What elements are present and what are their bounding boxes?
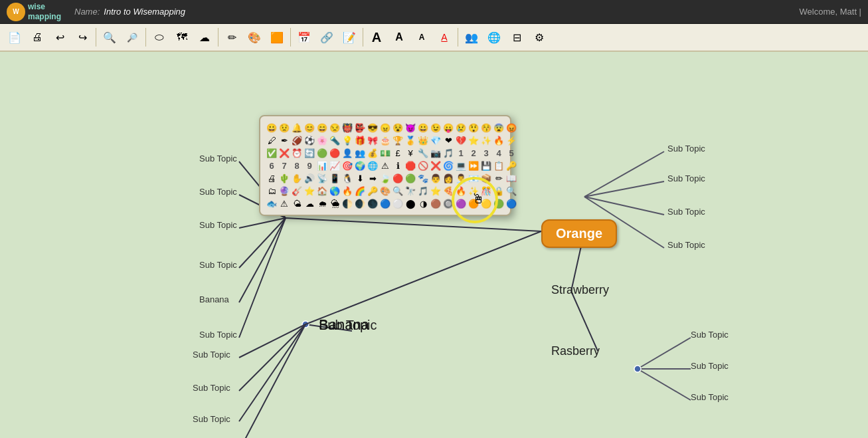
icon-tongue[interactable]: 😛 — [442, 122, 454, 134]
icon-shock[interactable]: 😲 — [468, 122, 479, 134]
icon-refresh[interactable]: 🔄 — [304, 147, 315, 159]
icon-dot-black[interactable]: ⬤ — [404, 197, 416, 209]
node-subtopic-l6[interactable]: Sub Topic — [199, 330, 237, 340]
icon-num8[interactable]: 8 — [291, 160, 303, 171]
node-strawberry[interactable]: Strawberry — [551, 283, 609, 297]
icon-trophy[interactable]: 🏆 — [392, 134, 404, 146]
icon-person[interactable]: 👤 — [341, 147, 353, 159]
icon-cactus[interactable]: 🌵 — [278, 172, 290, 184]
icon-house[interactable]: 🏠 — [316, 185, 328, 197]
icon-clipboard[interactable]: 📋 — [493, 160, 505, 171]
icon-angry[interactable]: 😠 — [379, 122, 391, 134]
icon-pen[interactable]: 🖊 — [266, 134, 278, 146]
icon-fast-forward[interactable]: ⏩ — [468, 160, 479, 171]
icon-computer[interactable]: 💻 — [455, 160, 467, 171]
icon-target[interactable]: 🎯 — [341, 160, 353, 171]
icon-sun-cloud[interactable]: 🌤 — [291, 197, 303, 209]
icon-flashlight[interactable]: 🔦 — [329, 134, 341, 146]
icon-fire[interactable]: 🔥 — [493, 134, 505, 146]
icon-microscope[interactable]: 🔭 — [404, 185, 416, 197]
icon-pencil[interactable]: ✒ — [278, 134, 290, 146]
icon-dot6[interactable]: 🟡 — [480, 197, 492, 209]
node-subtopic-r1[interactable]: Sub Topic — [667, 144, 705, 154]
icon-book[interactable]: 📖 — [505, 172, 517, 184]
icon-medal[interactable]: 🥇 — [404, 134, 416, 146]
node-subtopic-rasp2[interactable]: Sub Topic — [691, 361, 729, 371]
icon-info[interactable]: ℹ — [392, 160, 404, 171]
icon-guitar[interactable]: 🎸 — [291, 185, 303, 197]
icon-crystal[interactable]: 🔮 — [278, 185, 290, 197]
node-subtopic-r3[interactable]: Sub Topic — [667, 207, 705, 217]
icon-num5[interactable]: 5 — [505, 147, 517, 159]
icon-down[interactable]: ⬇ — [354, 172, 366, 184]
icon-circle-half[interactable]: ◑ — [417, 197, 429, 209]
icon-music[interactable]: 🎵 — [442, 147, 454, 159]
icon-hand[interactable]: ✋ — [291, 172, 303, 184]
icon-circle-blue[interactable]: 🔵 — [379, 197, 391, 209]
icon-dot[interactable]: 🔴 — [392, 172, 404, 184]
icon-yen[interactable]: ¥ — [404, 147, 416, 159]
icon-key2[interactable]: 🔑 — [367, 185, 379, 197]
redo-button[interactable]: ↪ — [72, 27, 93, 48]
icon-football[interactable]: 🏈 — [291, 134, 303, 146]
icon-save[interactable]: 💾 — [480, 160, 492, 171]
icon-gift[interactable]: 🎁 — [354, 134, 366, 146]
icon-ribbon[interactable]: 🎀 — [367, 134, 379, 146]
icon-broken-heart[interactable]: 💔 — [455, 134, 467, 146]
icon-num6[interactable]: 6 — [266, 160, 278, 171]
icon-red-circle[interactable]: 🔴 — [329, 147, 341, 159]
node-banana-label[interactable]: Banana — [319, 316, 369, 334]
icon-evil[interactable]: 😡 — [505, 122, 517, 134]
icon-dollar[interactable]: 💵 — [379, 147, 391, 159]
icon-chart[interactable]: 📊 — [316, 160, 328, 171]
icon-spinner[interactable]: 🌀 — [442, 160, 454, 171]
export-button[interactable]: ⊟ — [506, 27, 527, 48]
print-button[interactable]: 🖨 — [27, 27, 48, 48]
icon-paw[interactable]: 🐾 — [417, 172, 429, 184]
icon-wink[interactable]: 😉 — [430, 122, 442, 134]
icon-printer[interactable]: 🖨 — [266, 172, 278, 184]
icon-spark[interactable]: ✨ — [480, 134, 492, 146]
icon-sad[interactable]: 😟 — [278, 122, 290, 134]
icon-num3[interactable]: 3 — [480, 147, 492, 159]
icon-gem[interactable]: 💎 — [430, 134, 442, 146]
icon-speaker[interactable]: 🔊 — [304, 172, 315, 184]
icon-fear[interactable]: 😨 — [493, 122, 505, 134]
icon-fire3[interactable]: 🔥 — [455, 185, 467, 197]
icon-woman[interactable]: 👩 — [442, 172, 454, 184]
icon-cross[interactable]: ❌ — [278, 147, 290, 159]
icon-num1[interactable]: 1 — [455, 147, 467, 159]
icon-tool[interactable]: 🔧 — [417, 147, 429, 159]
icon-crown[interactable]: 👑 — [417, 134, 429, 146]
icon-green-circle[interactable]: 🟢 — [316, 147, 328, 159]
icon-bell[interactable]: 🔔 — [291, 122, 303, 134]
zoom-out-button[interactable]: 🔎 — [122, 27, 143, 48]
node-subtopic-ban2[interactable]: Sub Topic — [193, 383, 230, 393]
icon-fish[interactable]: 🐟 — [266, 197, 278, 209]
node-subtopic-r2[interactable]: Sub Topic — [667, 173, 705, 183]
icon-half-moon[interactable]: 🌓 — [341, 197, 353, 209]
font-medium-button[interactable]: A — [389, 27, 410, 48]
icon-network[interactable]: 🌐 — [367, 160, 379, 171]
icon-stop[interactable]: 🛑 — [404, 160, 416, 171]
link-button[interactable]: 🔗 — [316, 27, 337, 48]
icon-antenna[interactable]: 📡 — [316, 172, 328, 184]
icon-bulb[interactable]: 💡 — [341, 134, 353, 146]
icon-search[interactable]: 🔍 — [392, 185, 404, 197]
font-large-button[interactable]: A — [366, 27, 387, 48]
topic-icon-button[interactable]: 🟧 — [266, 27, 288, 48]
icon-imp[interactable]: 😈 — [404, 122, 416, 134]
icon-dot2[interactable]: 🟢 — [404, 172, 416, 184]
icon-star2[interactable]: ⭐ — [304, 185, 315, 197]
icon-people[interactable]: 👥 — [354, 147, 366, 159]
font-small-button[interactable]: A — [411, 27, 432, 48]
icon-dizzy[interactable]: 😵 — [392, 122, 404, 134]
icon-cake[interactable]: 🎂 — [379, 134, 391, 146]
icon-flower[interactable]: 🌸 — [316, 134, 328, 146]
icon-star3[interactable]: ⭐ — [430, 185, 442, 197]
icon-camera[interactable]: 📷 — [430, 147, 442, 159]
node-rasberry[interactable]: Rasberry — [551, 344, 600, 358]
node-subtopic-l3[interactable]: Sub Topic — [199, 220, 237, 230]
public-button[interactable]: 🌐 — [483, 27, 505, 48]
icon-worker[interactable]: 👨‍💼 — [455, 172, 467, 184]
